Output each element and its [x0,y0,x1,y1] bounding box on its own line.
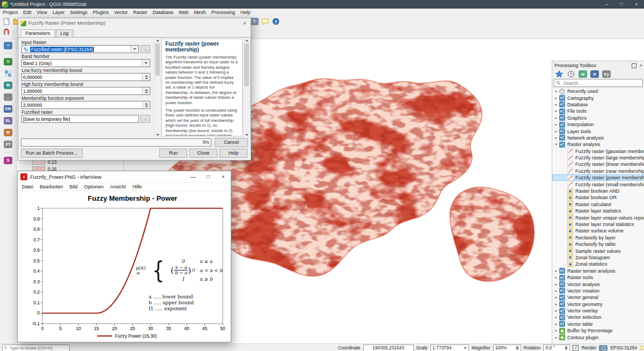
toolbox-item-raster-tools[interactable]: ▸Raster tools [552,274,644,281]
toolbox-item-buffer-by-percentage[interactable]: ▸Buffer by Percentage [552,327,644,334]
locate-input[interactable] [9,345,68,351]
toolbox-item-file-tools[interactable]: ▸File tools [552,108,644,114]
toolbox-item-vector-overlay[interactable]: ▸Vector overlay [552,308,644,314]
dialog-close-icon[interactable]: × [239,20,251,26]
add-spatialite-icon[interactable]: SL [3,115,13,126]
band-number-combo[interactable]: Band 1 (Gray) [21,59,150,67]
low-bound-spinbox[interactable]: 0,000000 [21,73,150,81]
toolbox-item-fuzzify-raster-linear-membership-[interactable]: Fuzzify raster (linear membership) [552,161,644,167]
tree-expander-icon[interactable]: ▸ [554,269,559,273]
toolbox-item-reclassify-by-layer[interactable]: Reclassify by layer [552,235,644,241]
close-button[interactable]: × [629,0,644,9]
menu-edit[interactable]: Edit [20,10,34,15]
toolbox-item-raster-layer-zonal-statistics[interactable]: Raster layer zonal statistics [552,221,644,228]
toolbox-item-vector-general[interactable]: ▸Vector general [552,294,644,301]
toolbox-item-interpolation[interactable]: ▸Interpolation [552,121,644,128]
form-scrollbar[interactable] [153,38,162,137]
viewer-menu-bearbeiten[interactable]: Bearbeiten [36,184,67,189]
scale-combo[interactable]: 1:773794 [430,345,469,351]
viewer-menu-optionen[interactable]: Optionen [81,184,107,189]
message-log-icon[interactable] [640,345,644,351]
add-raster-layer-icon[interactable] [3,68,13,78]
menu-vector[interactable]: Vector [111,10,130,15]
toolbox-item-raster-boolean-or[interactable]: Raster boolean OR [552,194,644,201]
batch-process-button[interactable]: Run as Batch Process... [21,149,83,158]
tree-expander-icon[interactable]: ▸ [554,309,559,313]
tree-expander-icon[interactable]: ▸ [554,89,559,93]
toolbox-item-vector-selection[interactable]: ▸Vector selection [552,314,644,320]
snapping-icon[interactable] [1,28,12,38]
input-raster-combo[interactable]: Fuzzified raster [EPSG:31254] [21,45,139,53]
toolbox-options-icon[interactable] [554,69,565,79]
toolbox-item-raster-analysis[interactable]: ▾Raster analysis [552,141,644,148]
toolbox-item-vector-geometry[interactable]: ▸Vector geometry [552,301,644,308]
toolbox-item-database[interactable]: ▸Database [552,101,644,108]
maximize-button[interactable]: □ [614,0,629,9]
data-source-manager-icon[interactable]: ≡ [3,40,13,50]
toolbox-item-zonal-statistics[interactable]: Zonal statistics [552,261,644,267]
toolbox-history-icon[interactable] [566,69,576,79]
toolbox-item-fuzzify-raster-near-membership-[interactable]: Fuzzify raster (near membership) [552,168,644,174]
project-new-icon[interactable] [1,16,12,26]
toolbox-item-vector-analysis[interactable]: ▸Vector analysis [552,281,644,287]
tree-expander-icon[interactable]: ▸ [554,109,559,113]
menu-mesh[interactable]: Mesh [191,10,208,15]
toolbox-item-zonal-histogram[interactable]: Zonal histogram [552,254,644,261]
minimize-button[interactable]: – [599,0,614,9]
tree-expander-icon[interactable]: ▸ [554,136,559,140]
map-tips-icon[interactable] [260,16,270,26]
tree-expander-icon[interactable]: ▸ [554,96,559,100]
viewer-menu-bild[interactable]: Bild [67,184,81,189]
toolbox-r-icon[interactable]: R [589,69,600,79]
toolbox-item-fuzzify-raster-gaussian-membership-[interactable]: Fuzzify raster (gaussian membership) [552,148,644,155]
viewer-close-button[interactable]: × [216,174,231,180]
toolbox-item-graphics[interactable]: ▸Graphics [552,115,644,121]
add-delimited-text-icon[interactable]: , [3,92,13,102]
toolbox-item-layer-tools[interactable]: ▸Layer tools [552,128,644,134]
viewer-menu-hilfe[interactable]: Hilfe [129,184,145,189]
toolbox-item-fuzzify-raster-small-membership-[interactable]: Fuzzify raster (small membership) [552,181,644,187]
exponent-spinbox[interactable]: 2,000000 [21,101,150,109]
tree-expander-icon[interactable]: ▸ [554,289,559,293]
tree-expander-icon[interactable]: ▸ [554,116,559,120]
menu-plugins[interactable]: Plugins [90,10,112,15]
help-button[interactable]: Help [219,149,247,158]
tab-parameters[interactable]: Parameters [20,30,55,37]
tab-log[interactable]: Log [56,30,74,37]
tree-expander-icon[interactable]: ▸ [554,335,559,340]
add-xyz-icon[interactable]: XY [3,139,13,149]
high-bound-spinbox[interactable]: 1,000000 [21,87,150,95]
rotation-spinner[interactable]: 0,0 ° [543,345,570,351]
tree-expander-icon[interactable]: ▸ [554,322,559,326]
toolbox-item-raster-terrain-analysis[interactable]: ▸Raster terrain analysis [552,268,644,274]
locate-box[interactable] [2,345,70,351]
style-manager-icon[interactable]: S [3,155,13,165]
menu-raster[interactable]: Raster [130,10,150,15]
tree-expander-icon[interactable]: ▸ [554,129,559,134]
menu-layer[interactable]: Layer [50,10,68,15]
cancel-button[interactable]: Cancel [215,138,248,147]
epsg-status[interactable]: EPSG:31254 [610,345,637,350]
tree-expander-icon[interactable]: ▾ [554,142,559,147]
menu-settings[interactable]: Settings [67,10,90,15]
coordinate-field[interactable]: 190305,231543 [363,345,414,351]
toolbox-item-fuzzify-raster-power-membership-[interactable]: Fuzzify raster (power membership) [552,174,644,181]
toolbox-item-cartography[interactable]: ▸Cartography [552,94,644,101]
toolbox-item-vector-table[interactable]: ▸Vector table [552,321,644,327]
help-icon[interactable]: ? [270,16,281,26]
tree-expander-icon[interactable]: ▸ [554,103,559,107]
output-browse-button[interactable]: … [141,115,150,123]
tree-expander-icon[interactable]: ▸ [554,282,559,287]
toolbox-item-raster-surface-volume[interactable]: Raster surface volume [552,228,644,234]
tree-expander-icon[interactable]: ▸ [554,315,559,319]
run-button[interactable]: Run [159,149,187,158]
tree-expander-icon[interactable]: ▸ [554,295,559,299]
toolbox-python-icon[interactable]: Py [601,69,612,79]
add-postgis-icon[interactable]: DB [3,104,13,114]
magnifier-spinner[interactable]: 100% [493,345,521,351]
menu-help[interactable]: Help [238,10,253,15]
help-scrollbar[interactable] [243,38,251,137]
tree-expander-icon[interactable]: ▸ [554,302,559,306]
toolbox-item-sample-raster-values[interactable]: Sample raster values [552,247,644,254]
menu-view[interactable]: View [34,10,50,15]
